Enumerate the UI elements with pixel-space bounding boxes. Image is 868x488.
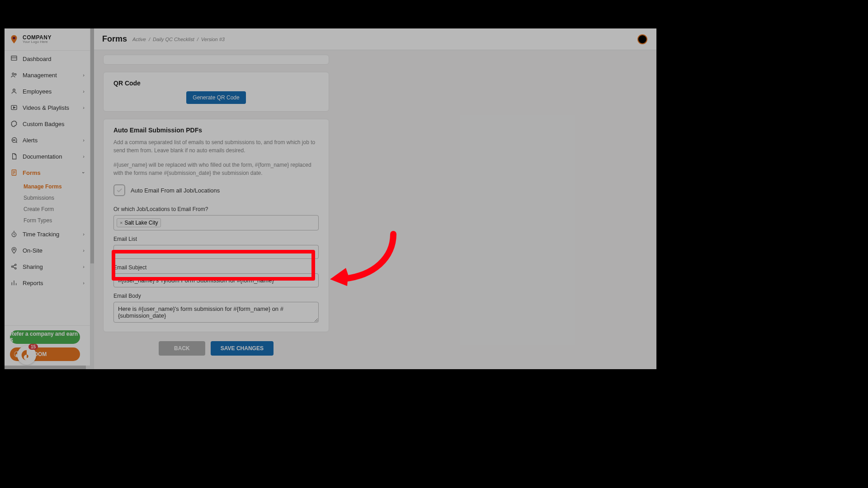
email-list-label: Email List	[113, 236, 319, 242]
tag-label: Salt Lake City	[124, 220, 158, 226]
sidebar-item-sharing[interactable]: Sharing ›	[5, 258, 90, 275]
email-subject-label: Email Subject	[113, 264, 319, 271]
topbar: Forms Active/ Daily QC Checklist/ Versio…	[94, 28, 656, 50]
sidebar-item-management[interactable]: Management ›	[5, 67, 90, 83]
email-subject-input[interactable]	[113, 273, 319, 287]
sidebar: COMPANY Your Logo Here Dashboard Managem…	[5, 28, 90, 369]
email-body-label: Email Body	[113, 293, 319, 299]
breadcrumb: Active/ Daily QC Checklist/ Version #3	[132, 37, 225, 42]
sidebar-item-label: Reports	[23, 280, 43, 286]
sidebar-item-employees[interactable]: Employees ›	[5, 83, 90, 99]
user-icon	[10, 87, 18, 95]
tag-remove-icon[interactable]: ×	[120, 220, 123, 225]
main: Forms Active/ Daily QC Checklist/ Versio…	[94, 28, 656, 369]
email-desc-1: Add a comma separated list of emails to …	[113, 138, 319, 155]
job-tag: × Salt Lake City	[117, 218, 161, 227]
users-icon	[10, 71, 18, 79]
qr-title: QR Code	[113, 80, 319, 87]
chevron-right-icon: ›	[83, 154, 85, 159]
chevron-right-icon: ›	[83, 105, 85, 110]
page-title: Forms	[102, 34, 127, 44]
avatar[interactable]	[637, 34, 647, 44]
sidebar-item-dashboard[interactable]: Dashboard	[5, 51, 90, 67]
button-row: BACK SAVE CHANGES	[103, 341, 329, 356]
chevron-right-icon: ›	[83, 264, 85, 269]
sidebar-item-timetracking[interactable]: Time Tracking ›	[5, 226, 90, 242]
document-icon	[10, 152, 18, 160]
chevron-right-icon: ›	[83, 280, 85, 286]
email-body-textarea[interactable]	[113, 302, 319, 323]
sidebar-item-label: Videos & Playlists	[23, 104, 69, 111]
email-card: Auto Email Submission PDFs Add a comma s…	[103, 119, 329, 332]
back-button[interactable]: BACK	[159, 341, 205, 356]
forms-icon	[10, 169, 18, 177]
auto-email-all-checkbox[interactable]	[113, 184, 125, 196]
notification-badge: 15	[28, 344, 38, 350]
location-icon	[10, 246, 18, 254]
subitem-manage-forms[interactable]: Manage Forms	[24, 181, 90, 192]
jobs-label: Or which Job/Locations to Email From?	[113, 206, 319, 212]
email-list-input[interactable]	[113, 245, 319, 259]
svg-point-7	[14, 140, 14, 140]
sidebar-item-documentation[interactable]: Documentation ›	[5, 148, 90, 164]
sidebar-nav: Dashboard Management › Employees › Video…	[5, 50, 90, 325]
badge-icon	[10, 120, 18, 128]
svg-point-6	[13, 140, 13, 140]
sidebar-item-forms[interactable]: Forms ›	[5, 164, 90, 181]
chevron-right-icon: ›	[83, 72, 85, 78]
sidebar-item-label: Sharing	[23, 263, 43, 270]
svg-point-2	[12, 73, 14, 75]
chevron-right-icon: ›	[83, 248, 85, 253]
sidebar-item-alerts[interactable]: Alerts ›	[5, 132, 90, 148]
bar-chart-icon	[10, 279, 18, 287]
svg-point-0	[13, 37, 15, 40]
sidebar-item-reports[interactable]: Reports ›	[5, 275, 90, 291]
subitem-form-types[interactable]: Form Types	[24, 215, 90, 226]
sidebar-item-videos[interactable]: Videos & Playlists ›	[5, 99, 90, 116]
sidebar-item-badges[interactable]: Custom Badges	[5, 116, 90, 132]
crumb[interactable]: Active	[132, 37, 146, 42]
sidebar-footer: Refer a company and earn $ TYFOOM 15	[5, 325, 90, 369]
svg-point-8	[14, 140, 15, 140]
qr-card: QR Code Generate QR Code	[103, 72, 329, 112]
svg-point-4	[13, 89, 15, 91]
subitem-submissions[interactable]: Submissions	[24, 192, 90, 203]
card-stub	[103, 55, 329, 65]
sidebar-item-label: Time Tracking	[23, 231, 59, 238]
sidebar-item-label: On-Site	[23, 247, 42, 254]
sidebar-item-label: Employees	[23, 88, 52, 95]
sidebar-item-label: Custom Badges	[23, 121, 65, 127]
forms-submenu: Manage Forms Submissions Create Form For…	[5, 181, 90, 226]
chevron-right-icon: ›	[83, 89, 85, 94]
chat-icon	[10, 136, 18, 144]
logo-subtitle: Your Logo Here	[23, 40, 52, 44]
subitem-create-form[interactable]: Create Form	[24, 203, 90, 215]
email-desc-2: #{user_name} will be replaced with who f…	[113, 161, 319, 177]
logo[interactable]: COMPANY Your Logo Here	[5, 28, 90, 50]
sidebar-item-label: Forms	[23, 169, 41, 176]
sidebar-item-label: Dashboard	[23, 56, 52, 62]
sidebar-horizontal-scrollbar[interactable]	[5, 366, 90, 369]
jobs-taginput[interactable]: × Salt Lake City	[113, 215, 319, 230]
floating-brand-button[interactable]: 15	[17, 346, 36, 365]
stopwatch-icon	[10, 230, 18, 238]
crumb[interactable]: Daily QC Checklist	[153, 37, 194, 42]
sidebar-item-onsite[interactable]: On-Site ›	[5, 242, 90, 258]
chevron-down-icon: ›	[81, 172, 86, 174]
auto-email-all-label: Auto Email From all Job/Locations	[131, 187, 220, 194]
sidebar-item-label: Management	[23, 72, 57, 79]
refer-button[interactable]: Refer a company and earn $	[10, 330, 80, 344]
content: QR Code Generate QR Code Auto Email Subm…	[94, 50, 338, 365]
vertical-scrollbar[interactable]	[90, 28, 94, 369]
email-title: Auto Email Submission PDFs	[113, 127, 319, 134]
generate-qr-button[interactable]: Generate QR Code	[186, 91, 245, 104]
sidebar-item-label: Alerts	[23, 137, 38, 144]
crumb[interactable]: Version #3	[201, 37, 225, 42]
save-button[interactable]: SAVE CHANGES	[211, 341, 274, 356]
play-icon	[10, 103, 18, 112]
logo-icon	[9, 34, 19, 44]
share-icon	[10, 263, 18, 271]
svg-point-3	[15, 74, 16, 75]
svg-point-11	[13, 249, 14, 250]
sidebar-item-label: Documentation	[23, 153, 62, 160]
